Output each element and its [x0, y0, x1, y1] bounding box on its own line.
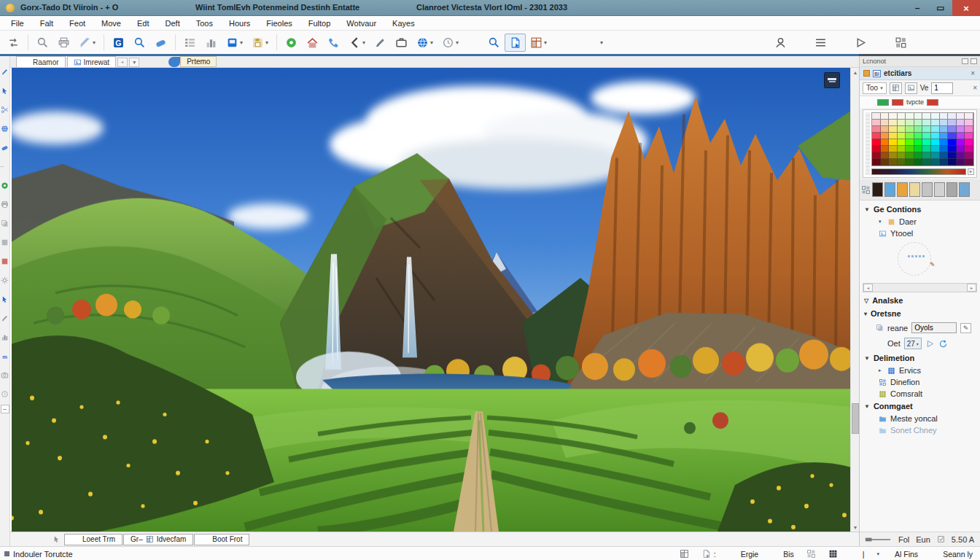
palette-cell[interactable] — [872, 159, 881, 166]
tree-item[interactable]: Meste yoncal — [860, 413, 980, 424]
tool-button[interactable] — [1, 271, 9, 289]
color-chip-red-2[interactable] — [927, 99, 938, 106]
status-item[interactable]: ▾ — [828, 549, 838, 559]
palette-cell[interactable] — [914, 133, 923, 139]
play-icon[interactable] — [925, 339, 935, 349]
palette-cell[interactable] — [889, 113, 898, 120]
toolbar-button[interactable]: ▾ — [74, 34, 100, 52]
tree-item[interactable]: Ytooel — [860, 228, 980, 239]
tool-button[interactable] — [1, 195, 9, 214]
palette-cell[interactable] — [922, 152, 931, 159]
palette-cell[interactable] — [881, 126, 890, 133]
status-item[interactable]: ▾ : — [701, 549, 716, 559]
palette-cell[interactable] — [906, 113, 914, 120]
color-swatch[interactable] — [897, 182, 908, 197]
palette-cell[interactable] — [931, 146, 940, 152]
tool-button[interactable] — [1, 384, 9, 403]
palette-cell[interactable] — [965, 120, 973, 126]
palette-cell[interactable] — [948, 146, 957, 152]
toolbar-button[interactable]: ▾ — [302, 34, 323, 52]
tool-button[interactable]: m — [1, 346, 9, 365]
ve-input[interactable] — [931, 82, 953, 94]
color-swatch[interactable] — [884, 182, 895, 197]
tree-item[interactable]: Comsralt — [860, 388, 980, 400]
palette-cell[interactable] — [889, 120, 898, 126]
tool-dropdown[interactable]: Too▾ — [863, 82, 887, 94]
palette-cell[interactable] — [957, 126, 965, 133]
palette-cell[interactable] — [914, 139, 923, 146]
palette-cell[interactable] — [931, 139, 940, 146]
palette-cell[interactable] — [872, 133, 881, 139]
panel-tab[interactable]: Bl etcitiars × — [860, 67, 980, 80]
menu-item[interactable]: Edt — [129, 18, 158, 29]
palette-grid[interactable] — [871, 112, 974, 166]
menu-item[interactable]: Kayes — [384, 18, 423, 29]
scroll-right-icon[interactable]: ▸ — [967, 284, 976, 292]
scroll-down-icon[interactable]: ▼ — [851, 523, 860, 532]
color-swatch[interactable] — [959, 182, 970, 197]
status-item[interactable]: ▾ | — [850, 549, 865, 559]
tree-item[interactable]: ▸ Ervics — [860, 365, 980, 376]
palette-cell[interactable] — [881, 152, 890, 159]
palette-cell[interactable] — [948, 159, 957, 166]
tree-item[interactable]: Dinefion — [860, 376, 980, 388]
toolbar-button[interactable]: ▾ — [438, 34, 463, 52]
tool-button[interactable] — [1, 119, 9, 138]
palette-cell[interactable] — [898, 126, 906, 133]
palette-cell[interactable] — [922, 146, 931, 152]
menu-item[interactable]: Falt — [32, 18, 61, 29]
palette-cell[interactable] — [872, 120, 881, 126]
tool-button[interactable] — [1, 176, 9, 195]
refresh-icon[interactable] — [938, 339, 948, 349]
palette-cell[interactable] — [872, 139, 881, 146]
toolbar-button[interactable]: ▾ — [412, 34, 438, 52]
palette-cell[interactable] — [957, 113, 965, 120]
toolbar-button[interactable]: ▾ — [222, 34, 247, 52]
palette-cell[interactable] — [948, 133, 957, 139]
status-item[interactable]: ▾ Bis — [771, 549, 794, 559]
palette-cell[interactable] — [906, 146, 914, 152]
palette-cell[interactable] — [931, 159, 940, 166]
tree-item[interactable]: ▾ Daer — [860, 216, 980, 228]
tool-button[interactable] — [1, 62, 9, 81]
palette-cell[interactable] — [948, 113, 957, 120]
palette-cell[interactable] — [889, 139, 898, 146]
palette-cell[interactable] — [957, 152, 965, 159]
toolbar-button[interactable]: ▾ — [323, 34, 344, 52]
palette-cell[interactable] — [940, 152, 949, 159]
chevron-down-icon[interactable]: ▾ — [362, 39, 365, 46]
palette-cell[interactable] — [965, 139, 973, 146]
section-ge-contions[interactable]: ▼ Ge Contions — [860, 203, 980, 216]
color-swatch[interactable] — [934, 182, 945, 197]
palette-cell[interactable] — [889, 133, 898, 139]
palette-cell[interactable] — [931, 120, 940, 126]
palette-cell[interactable] — [948, 126, 957, 133]
toolbar-button[interactable]: ▾ — [370, 34, 391, 52]
section-conmgaet[interactable]: ▼ Conmgaet — [860, 400, 980, 413]
color-chip-green[interactable] — [877, 99, 889, 106]
toolbar-button[interactable]: ▾ — [483, 34, 505, 52]
palette-cell[interactable] — [889, 126, 898, 133]
toolbar-button[interactable]: ▾ — [32, 34, 53, 52]
chevron-down-icon[interactable]: ▾ — [456, 39, 459, 46]
palette-cell[interactable] — [881, 133, 890, 139]
menu-item[interactable]: Move — [93, 18, 129, 29]
palette-cell[interactable] — [922, 126, 931, 133]
toolbar-button[interactable]: ▾ — [582, 34, 607, 52]
edit-pencil-icon[interactable]: ✎ — [960, 323, 971, 333]
grid-view-button[interactable] — [890, 82, 902, 94]
tool-button[interactable] — [1, 289, 9, 308]
toolbar-button[interactable]: ▾ — [281, 34, 302, 52]
status-item[interactable]: ▾ Ergie — [728, 549, 759, 559]
reane-input[interactable] — [911, 322, 957, 333]
palette-cell[interactable] — [948, 152, 957, 159]
scroll-up-icon[interactable]: ▲ — [851, 68, 860, 77]
palette-cell[interactable] — [906, 159, 914, 166]
canvas-overlay-badge[interactable] — [824, 72, 840, 88]
tool-button[interactable] — [1, 308, 9, 327]
sheet-tab[interactable]: Gr– Idvecfam — [123, 534, 193, 545]
menu-item[interactable]: Fultop — [300, 18, 339, 29]
tool-button[interactable] — [1, 252, 9, 271]
tool-button[interactable] — [1, 214, 9, 233]
color-swatch[interactable] — [946, 182, 957, 197]
